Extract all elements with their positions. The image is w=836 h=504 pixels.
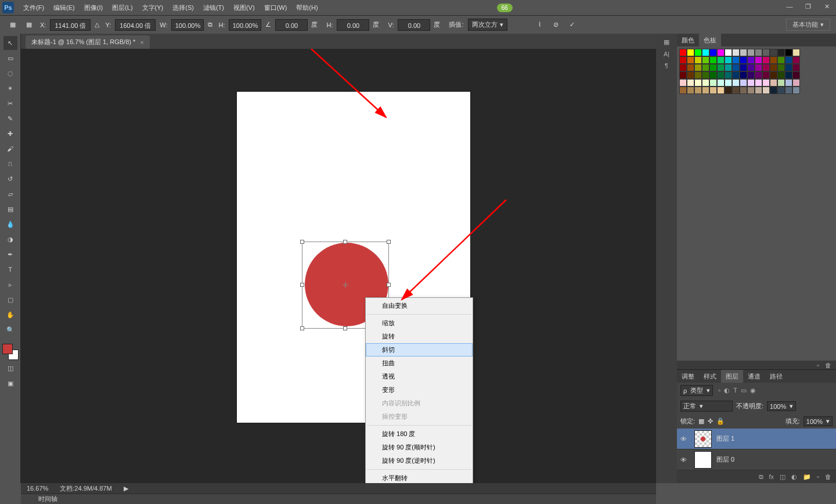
swatch[interactable] [777, 79, 785, 87]
swatch[interactable] [740, 64, 747, 71]
brush-tool[interactable]: 🖌 [3, 142, 17, 156]
context-menu-item[interactable]: 自由变换 [366, 299, 473, 312]
stamp-tool[interactable]: ⎍ [3, 157, 17, 171]
swatch[interactable] [694, 87, 702, 94]
context-menu-item[interactable]: 斜切 [366, 343, 473, 357]
swatch[interactable] [770, 49, 777, 56]
shape-tool[interactable]: ▢ [3, 293, 17, 307]
close-button[interactable]: ✕ [817, 0, 836, 13]
swatch[interactable] [725, 87, 732, 94]
swatch[interactable] [777, 87, 785, 94]
rect-marquee-tool[interactable]: ▭ [3, 51, 17, 65]
char-panel-icon[interactable]: A| [664, 51, 669, 57]
swatch[interactable] [702, 56, 709, 64]
lasso-tool[interactable]: ◌ [3, 66, 17, 80]
swatch[interactable] [694, 56, 702, 64]
swatch[interactable] [770, 87, 777, 94]
canvas[interactable]: ✛ 自由变换缩放旋转斜切扭曲透视变形内容识别比例操控变形旋转 180 度旋转 9… [21, 49, 656, 483]
quick-mask-tool[interactable]: ◫ [3, 361, 17, 375]
hand-tool[interactable]: ✋ [3, 308, 17, 322]
swatch[interactable] [717, 71, 725, 79]
zoom-level[interactable]: 16.67% [27, 485, 48, 492]
swatch[interactable] [709, 79, 717, 87]
layer-row[interactable]: 👁图层 1 [677, 429, 836, 449]
doc-size-info[interactable]: 文档:24.9M/4.87M [60, 484, 111, 493]
transform-handle-n[interactable] [343, 240, 347, 244]
layer-filter-type[interactable]: ρ 类型 ▾ [680, 385, 713, 396]
new-swatch-icon[interactable]: ▫ [817, 362, 819, 369]
menu-filter[interactable]: 滤镜(T) [199, 0, 229, 15]
context-menu-item[interactable]: 透视 [366, 370, 473, 383]
fill-input[interactable]: 100% ▾ [803, 416, 833, 426]
swatch[interactable] [755, 87, 762, 94]
transform-center[interactable]: ✛ [343, 282, 348, 288]
layer-thumbnail[interactable] [694, 430, 712, 448]
swatch[interactable] [785, 64, 792, 71]
context-menu-item[interactable]: 水平翻转 [366, 471, 473, 483]
swatch[interactable] [762, 71, 770, 79]
warp-mode-icon[interactable]: ⌇ [533, 18, 547, 32]
context-menu-item[interactable]: 旋转 180 度 [366, 427, 473, 441]
adjustment-layer-icon[interactable]: ◐ [791, 473, 797, 481]
transform-handle-sw[interactable] [300, 326, 304, 330]
tab-layers[interactable]: 图层 [721, 370, 743, 383]
cancel-transform-icon[interactable]: ⊘ [549, 18, 563, 32]
swatch[interactable] [740, 87, 747, 94]
swatch[interactable] [687, 79, 694, 87]
swatch[interactable] [717, 49, 725, 56]
opacity-input[interactable]: 100% ▾ [767, 401, 796, 411]
context-menu-item[interactable]: 缩放 [366, 316, 473, 330]
swatch[interactable] [725, 56, 732, 64]
move-tool[interactable]: ↖ [3, 36, 17, 50]
swatch[interactable] [770, 64, 777, 71]
swatch[interactable] [709, 49, 717, 56]
tab-styles[interactable]: 样式 [699, 370, 721, 383]
update-badge[interactable]: 66 [497, 3, 513, 12]
swatch[interactable] [725, 49, 732, 56]
swatch[interactable] [732, 79, 740, 87]
swatch[interactable] [694, 64, 702, 71]
swatch[interactable] [777, 56, 785, 64]
context-menu-item[interactable]: 扭曲 [366, 357, 473, 370]
foreground-color[interactable] [2, 344, 13, 354]
transform-handle-e[interactable] [387, 283, 391, 287]
menu-view[interactable]: 视图(V) [229, 0, 260, 15]
swatch[interactable] [709, 87, 717, 94]
visibility-icon[interactable]: 👁 [680, 456, 690, 463]
interpolation-select[interactable]: 两次立方▾ [468, 19, 507, 31]
swatch[interactable] [770, 71, 777, 79]
swatch[interactable] [725, 64, 732, 71]
tab-color[interactable]: 颜色 [677, 34, 699, 46]
swatch[interactable] [777, 71, 785, 79]
eraser-tool[interactable]: ▱ [3, 187, 17, 201]
swatch[interactable] [717, 79, 725, 87]
swatch[interactable] [694, 79, 702, 87]
document-tab[interactable]: 未标题-1 @ 16.7% (图层 1, RGB/8) * × [26, 35, 150, 49]
blend-mode-select[interactable]: 正常 ▾ [680, 401, 733, 412]
swatch[interactable] [747, 56, 755, 64]
swatch[interactable] [732, 49, 740, 56]
zoom-tool[interactable]: 🔍 [3, 323, 17, 337]
swatch[interactable] [702, 87, 709, 94]
swatch[interactable] [702, 49, 709, 56]
swatch[interactable] [762, 87, 770, 94]
swatch[interactable] [717, 56, 725, 64]
swatch[interactable] [687, 64, 694, 71]
swatch[interactable] [747, 64, 755, 71]
swatch[interactable] [777, 64, 785, 71]
pen-tool[interactable]: ✒ [3, 247, 17, 261]
swatch[interactable] [687, 56, 694, 64]
swatch[interactable] [747, 71, 755, 79]
layer-name[interactable]: 图层 1 [716, 434, 734, 443]
swatch[interactable] [792, 64, 800, 71]
swatch[interactable] [679, 71, 687, 79]
swatch[interactable] [725, 71, 732, 79]
swatch[interactable] [770, 79, 777, 87]
gradient-tool[interactable]: ▤ [3, 202, 17, 216]
swatch[interactable] [702, 79, 709, 87]
swatch[interactable] [687, 87, 694, 94]
fx-icon[interactable]: fx [769, 473, 774, 480]
swatch[interactable] [785, 71, 792, 79]
swatch[interactable] [679, 87, 687, 94]
swatch[interactable] [702, 71, 709, 79]
